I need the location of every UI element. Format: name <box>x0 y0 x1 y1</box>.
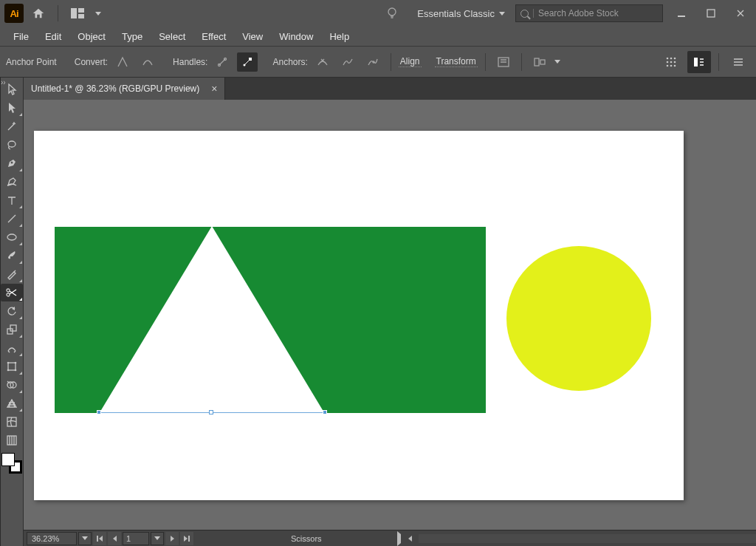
svg-point-35 <box>15 369 17 372</box>
fill-stroke-swatch[interactable] <box>1 453 22 474</box>
menu-view[interactable]: View <box>235 28 270 45</box>
yellow-circle-shape[interactable] <box>506 246 651 391</box>
pencil-tool[interactable] <box>1 265 23 283</box>
shape-builder-tool[interactable] <box>1 376 23 394</box>
rotate-tool[interactable] <box>1 302 23 320</box>
align-link[interactable]: Align <box>399 56 422 67</box>
menu-window[interactable]: Window <box>272 28 320 45</box>
chevron-down-icon[interactable] <box>554 60 560 64</box>
svg-point-25 <box>11 162 13 164</box>
remove-anchor-button[interactable] <box>312 52 333 72</box>
minimize-button[interactable] <box>670 4 693 23</box>
fill-swatch[interactable] <box>1 453 15 466</box>
transform-link[interactable]: Transform <box>435 56 478 67</box>
horizontal-scrollbar[interactable] <box>419 534 756 543</box>
svg-point-26 <box>7 234 16 240</box>
canvas-scroll[interactable] <box>24 100 756 530</box>
artboard-area[interactable] <box>24 100 756 530</box>
menu-file[interactable]: File <box>6 28 36 45</box>
perspective-grid-tool[interactable] <box>1 395 23 412</box>
width-tool[interactable] <box>1 339 23 357</box>
selection-tool[interactable] <box>1 81 23 98</box>
handles-label: Handles: <box>173 57 207 67</box>
artboard-number-field[interactable]: 1 <box>123 532 149 545</box>
paintbrush-tool[interactable] <box>1 247 23 265</box>
lasso-tool[interactable] <box>1 136 23 154</box>
scroll-left-button[interactable] <box>404 532 417 545</box>
prev-artboard-button[interactable] <box>108 532 121 545</box>
svg-point-28 <box>7 293 10 296</box>
svg-point-33 <box>15 362 17 364</box>
connect-anchor-button[interactable] <box>337 52 358 72</box>
convert-label: Convert: <box>75 57 108 67</box>
curvature-tool[interactable] <box>1 173 23 191</box>
gradient-tool[interactable] <box>1 431 23 449</box>
svg-point-19 <box>674 61 676 63</box>
line-tool[interactable] <box>1 210 23 228</box>
mesh-tool[interactable] <box>1 413 23 431</box>
cut-path-button[interactable] <box>362 52 383 72</box>
search-icon <box>520 10 529 18</box>
anchor-handle[interactable] <box>323 410 327 414</box>
convert-corner-button[interactable] <box>112 52 133 72</box>
svg-point-24 <box>8 141 16 147</box>
menu-effect[interactable]: Effect <box>194 28 233 45</box>
svg-point-22 <box>674 64 676 66</box>
anchor-handle[interactable] <box>209 410 213 414</box>
scale-tool[interactable] <box>1 321 23 338</box>
home-button[interactable] <box>27 2 50 24</box>
menu-select[interactable]: Select <box>151 28 193 45</box>
magic-wand-tool[interactable] <box>1 117 23 135</box>
zoom-dropdown[interactable] <box>78 532 92 545</box>
snap-options-button[interactable] <box>687 51 711 73</box>
svg-point-15 <box>670 57 673 59</box>
svg-point-10 <box>373 61 374 63</box>
stock-search-field[interactable]: Search Adobe Stock <box>515 4 663 22</box>
direct-selection-tool[interactable] <box>1 99 23 117</box>
hide-handles-button[interactable] <box>237 52 258 72</box>
last-artboard-button[interactable] <box>180 532 193 545</box>
status-popup-button[interactable] <box>397 534 401 543</box>
document-tab[interactable]: Untitled-1* @ 36.23% (RGB/GPU Preview) × <box>24 78 225 100</box>
menu-type[interactable]: Type <box>114 28 150 45</box>
zoom-field[interactable]: 36.23% <box>27 532 77 545</box>
svg-rect-0 <box>71 8 77 18</box>
next-artboard-button[interactable] <box>165 532 179 545</box>
svg-rect-5 <box>707 10 715 17</box>
isolate-button[interactable] <box>493 52 514 72</box>
svg-rect-38 <box>7 417 16 426</box>
align-to-button[interactable] <box>529 52 550 72</box>
document-tab-bar: Untitled-1* @ 36.23% (RGB/GPU Preview) × <box>24 78 756 100</box>
panel-menu-button[interactable] <box>726 51 750 73</box>
anchor-handle[interactable] <box>97 410 101 414</box>
zoom-value: 36.23% <box>32 534 59 543</box>
chevron-down-icon[interactable] <box>95 12 101 16</box>
maximize-button[interactable] <box>700 4 722 23</box>
separator <box>485 53 486 71</box>
title-bar: Ai Essentials Classic Search Adobe Stock <box>0 0 756 27</box>
menu-edit[interactable]: Edit <box>38 28 69 45</box>
pen-tool[interactable] <box>1 154 23 172</box>
search-placeholder: Search Adobe Stock <box>538 8 619 18</box>
first-artboard-button[interactable] <box>93 532 106 545</box>
scissors-tool[interactable] <box>1 284 23 301</box>
status-bar: 36.23% 1 Scissors <box>24 530 756 546</box>
type-tool[interactable] <box>1 191 23 209</box>
workspace-switcher[interactable]: Essentials Classic <box>410 5 512 22</box>
show-handles-button[interactable] <box>212 52 233 72</box>
artboard-dropdown[interactable] <box>151 532 164 545</box>
anchors-label: Anchors: <box>272 57 307 67</box>
grid-options-button[interactable] <box>659 51 683 73</box>
artboard[interactable] <box>34 131 684 500</box>
arrange-documents-button[interactable] <box>66 2 89 24</box>
ellipse-tool[interactable] <box>1 228 23 246</box>
close-tab-button[interactable]: × <box>211 83 217 95</box>
menu-help[interactable]: Help <box>322 28 357 45</box>
convert-smooth-button[interactable] <box>137 52 158 72</box>
lightbulb-icon[interactable] <box>377 7 407 20</box>
free-transform-tool[interactable] <box>1 358 23 375</box>
app-logo: Ai <box>4 4 24 23</box>
close-button[interactable] <box>729 4 752 23</box>
app-logo-text: Ai <box>10 8 18 19</box>
menu-object[interactable]: Object <box>70 28 113 45</box>
